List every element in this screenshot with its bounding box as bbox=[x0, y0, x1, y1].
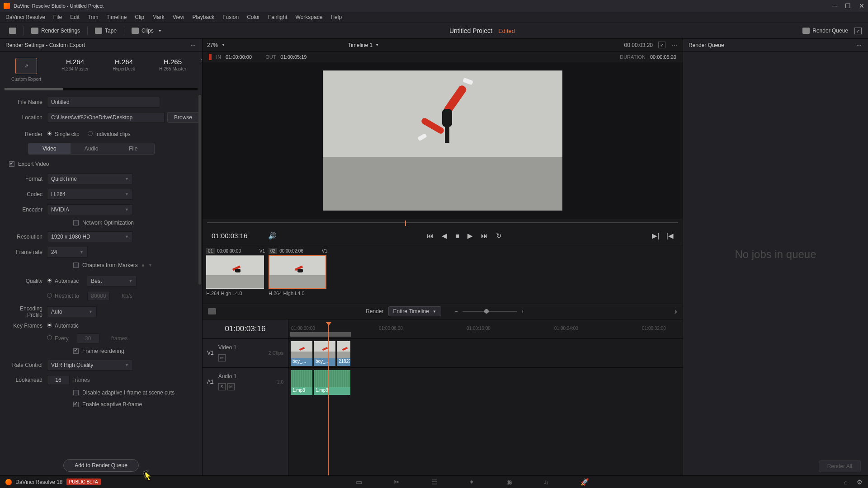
preset-h265-master[interactable]: H.265 H.265 Master bbox=[150, 58, 195, 82]
expand-button[interactable]: ⤢ bbox=[853, 26, 863, 36]
menu-clip[interactable]: Clip bbox=[131, 13, 148, 21]
add-to-render-queue-button[interactable]: Add to Render Queue bbox=[63, 459, 139, 472]
page-fusion[interactable]: ✦ bbox=[469, 478, 475, 486]
jump-start-button[interactable]: ⏮ bbox=[427, 232, 434, 240]
zoom-out-button[interactable]: − bbox=[455, 308, 458, 314]
panel-menu-icon[interactable]: ⋯ bbox=[190, 42, 197, 48]
timeline-view-icon[interactable] bbox=[208, 308, 216, 314]
preset-youtube[interactable]: YouT bbox=[199, 58, 202, 82]
minimize-icon[interactable]: ─ bbox=[832, 2, 837, 9]
audio-icon[interactable]: ♪ bbox=[674, 308, 677, 315]
resolution-select[interactable]: 868 x 488 HD▼ bbox=[47, 231, 133, 242]
tape-button[interactable]: Tape bbox=[90, 26, 121, 36]
v1-toggle-icon[interactable]: ▭ bbox=[218, 354, 226, 361]
timeline-ruler[interactable]: 01:00:00:00 01:00:08:00 01:00:16:00 01:0… bbox=[288, 319, 683, 338]
quality-select[interactable]: Best▼ bbox=[87, 276, 137, 286]
clip-card-1[interactable]: 0100:00:00:00V1 H.264 High L4.0 bbox=[206, 248, 265, 301]
a1-solo-button[interactable]: S bbox=[218, 383, 226, 390]
stop-button[interactable]: ■ bbox=[455, 232, 459, 240]
menu-playback[interactable]: Playback bbox=[189, 13, 218, 21]
prev-clip-button[interactable]: |◀ bbox=[666, 232, 674, 240]
audio-clip-1[interactable]: 1.mp3 bbox=[290, 370, 313, 395]
zoom-in-button[interactable]: + bbox=[521, 308, 524, 314]
clips-button[interactable]: Clips▼ bbox=[127, 26, 166, 36]
menu-trim[interactable]: Trim bbox=[84, 13, 102, 21]
menu-color[interactable]: Color bbox=[243, 13, 264, 21]
track-head-a1[interactable]: A1 Audio 1 S M 2.0 bbox=[203, 367, 288, 396]
volume-icon[interactable]: 🔊 bbox=[268, 232, 277, 240]
viewer-expand-icon[interactable]: ⤢ bbox=[658, 42, 665, 48]
page-edit[interactable]: ☰ bbox=[431, 478, 437, 486]
browse-button[interactable]: Browse bbox=[167, 112, 199, 123]
encprof-select[interactable]: Auto▼ bbox=[47, 306, 97, 317]
tab-video[interactable]: Video bbox=[28, 143, 71, 154]
tab-file[interactable]: File bbox=[112, 143, 154, 154]
video-clip-3[interactable]: 21827 ... bbox=[336, 341, 351, 366]
next-clip-button[interactable]: ▶| bbox=[652, 232, 659, 240]
video-clip-2[interactable]: boy_... bbox=[313, 341, 336, 366]
play-button[interactable]: ▶ bbox=[467, 232, 473, 240]
render-queue-menu-icon[interactable]: ⋯ bbox=[856, 42, 863, 48]
page-fairlight[interactable]: ♫ bbox=[544, 478, 549, 486]
menu-help[interactable]: Help bbox=[327, 13, 345, 21]
page-deliver[interactable]: 🚀 bbox=[580, 478, 589, 486]
menu-workspace[interactable]: Workspace bbox=[292, 13, 326, 21]
playhead[interactable] bbox=[328, 322, 329, 476]
filename-input[interactable] bbox=[47, 97, 160, 108]
single-clip-radio[interactable]: Single clip bbox=[47, 131, 80, 137]
quality-auto-radio[interactable]: Automatic bbox=[47, 278, 79, 284]
codec-select[interactable]: H.264▼ bbox=[47, 189, 133, 200]
page-color[interactable]: ◉ bbox=[506, 478, 512, 486]
scrub-bar[interactable] bbox=[207, 219, 678, 227]
settings-gear-icon[interactable]: ⚙ bbox=[857, 479, 863, 486]
render-queue-button[interactable]: Render Queue bbox=[798, 26, 853, 36]
menu-view[interactable]: View bbox=[169, 13, 188, 21]
restrict-radio[interactable]: Restrict to bbox=[47, 293, 79, 299]
restrict-input[interactable] bbox=[87, 291, 110, 301]
menu-davinci[interactable]: DaVinci Resolve bbox=[2, 13, 49, 21]
network-opt-checkbox[interactable] bbox=[73, 220, 79, 225]
form-scrollbar[interactable] bbox=[198, 90, 201, 451]
range-bar[interactable] bbox=[290, 332, 351, 337]
audio-clip-2[interactable]: 1.mp3 bbox=[313, 370, 351, 395]
step-back-button[interactable]: ◀ bbox=[442, 232, 447, 240]
tab-audio[interactable]: Audio bbox=[71, 143, 113, 154]
maximize-icon[interactable]: ☐ bbox=[845, 2, 851, 9]
kf-auto-radio[interactable]: Automatic bbox=[47, 323, 79, 329]
home-icon[interactable]: ⌂ bbox=[844, 479, 848, 486]
a1-mute-button[interactable]: M bbox=[227, 383, 235, 390]
lookahead-input[interactable] bbox=[47, 375, 70, 385]
render-settings-button[interactable]: Render Settings bbox=[27, 26, 85, 36]
track-head-v1[interactable]: V1 Video 1 ▭ 2 Clips bbox=[203, 338, 288, 367]
timeline-name[interactable]: Timeline 1▼ bbox=[348, 42, 379, 48]
preset-custom[interactable]: ↗ Custom Export bbox=[4, 58, 49, 82]
preset-hyperdeck[interactable]: H.264 HyperDeck bbox=[101, 58, 146, 82]
menu-mark[interactable]: Mark bbox=[149, 13, 168, 21]
enable-bframe-checkbox[interactable] bbox=[73, 402, 79, 407]
menu-file[interactable]: File bbox=[50, 13, 66, 21]
menu-edit[interactable]: Edit bbox=[66, 13, 83, 21]
kf-every-radio[interactable]: Every bbox=[47, 335, 69, 342]
frame-reorder-checkbox[interactable] bbox=[73, 348, 79, 354]
framerate-select[interactable]: 24▼ bbox=[47, 247, 88, 258]
audio-track-1[interactable]: 1.mp3 1.mp3 bbox=[288, 367, 683, 396]
format-select[interactable]: QuickTime▼ bbox=[47, 174, 133, 184]
close-icon[interactable]: ✕ bbox=[859, 2, 864, 9]
render-scope-select[interactable]: Entire Timeline▼ bbox=[388, 306, 441, 316]
zoom-select[interactable]: 27%▼ bbox=[207, 42, 225, 48]
preset-h264-master[interactable]: H.264 H.264 Master bbox=[52, 58, 98, 82]
video-clip-1[interactable]: boy_... bbox=[290, 341, 313, 366]
encoder-select[interactable]: NVIDIA▼ bbox=[47, 204, 133, 215]
zoom-slider[interactable] bbox=[462, 311, 517, 312]
page-cut[interactable]: ✂ bbox=[394, 478, 400, 486]
ratectl-select[interactable]: VBR High Quality▼ bbox=[47, 360, 133, 371]
jump-end-button[interactable]: ⏭ bbox=[481, 232, 488, 240]
render-all-button[interactable]: Render All bbox=[819, 460, 861, 472]
menu-timeline[interactable]: Timeline bbox=[103, 13, 130, 21]
disable-adaptive-checkbox[interactable] bbox=[73, 390, 79, 395]
menu-fairlight[interactable]: Fairlight bbox=[264, 13, 291, 21]
location-input[interactable] bbox=[47, 112, 165, 123]
page-media[interactable]: ▭ bbox=[356, 478, 362, 486]
kf-every-input[interactable] bbox=[77, 333, 99, 343]
export-video-checkbox[interactable] bbox=[9, 161, 14, 167]
